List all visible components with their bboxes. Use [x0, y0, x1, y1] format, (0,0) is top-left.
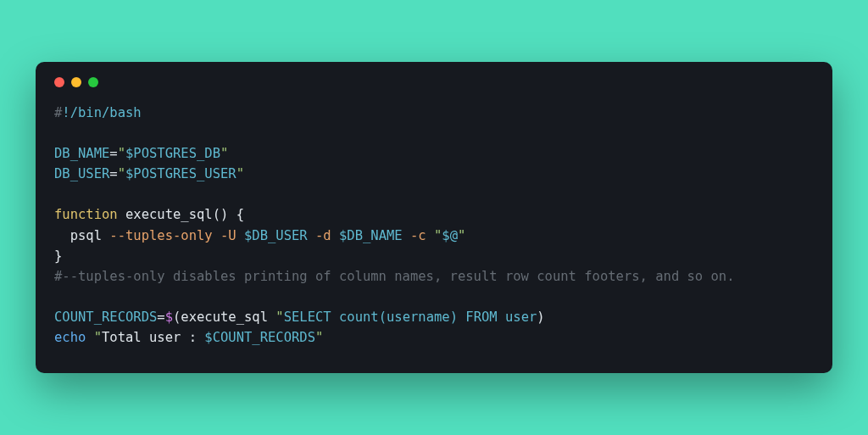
option: -d — [308, 228, 331, 243]
terminal-window: #!/bin/bash DB_NAME="$POSTGRES_DB" DB_US… — [36, 62, 832, 372]
minimize-icon[interactable] — [71, 77, 81, 87]
call: execute_sql — [181, 310, 275, 325]
brace-close: } — [54, 248, 62, 264]
var-name: DB_NAME — [54, 146, 109, 161]
var-name: COUNT_RECORDS — [54, 310, 157, 325]
variable: $DB_USER — [236, 228, 308, 243]
quote: " — [275, 310, 283, 325]
close-icon[interactable] — [54, 77, 64, 87]
shebang-hash: # — [54, 105, 62, 120]
comment: #--tuples-only disables printing of colu… — [54, 269, 735, 284]
quote: " — [118, 146, 125, 161]
quote: " — [315, 330, 323, 345]
dollar: $ — [165, 310, 173, 325]
option: --tuples-only — [102, 228, 213, 243]
option: -U — [213, 228, 236, 243]
variable: $DB_NAME — [331, 228, 403, 243]
option: -c — [403, 228, 426, 243]
paren-brace: () { — [213, 207, 244, 222]
var-value: $POSTGRES_DB — [125, 146, 220, 161]
quote: " — [86, 330, 102, 345]
function-name: execute_sql — [118, 207, 213, 222]
keyword-function: function — [54, 207, 118, 222]
quote: " — [236, 166, 244, 181]
equals: = — [109, 146, 117, 161]
code-block: #!/bin/bash DB_NAME="$POSTGRES_DB" DB_US… — [54, 103, 814, 347]
var-name: DB_USER — [54, 166, 109, 181]
var-value: $POSTGRES_USER — [125, 166, 236, 181]
indent — [54, 228, 70, 243]
quote: " — [118, 166, 125, 181]
args: $@ — [442, 228, 458, 243]
builtin-echo: echo — [54, 330, 86, 345]
maximize-icon[interactable] — [88, 77, 98, 87]
lparen: ( — [173, 310, 181, 325]
sql: SELECT count(username) FROM user — [284, 310, 537, 325]
variable: $COUNT_RECORDS — [204, 330, 315, 345]
command: psql — [70, 228, 102, 243]
quote: " — [426, 228, 442, 243]
rparen: ) — [537, 310, 544, 325]
quote: " — [458, 228, 465, 243]
window-controls — [54, 77, 814, 87]
quote: " — [220, 146, 228, 161]
equals: = — [109, 166, 117, 181]
string-text: Total user : — [102, 330, 204, 345]
shebang: !/bin/bash — [62, 105, 141, 120]
equals: = — [157, 310, 164, 325]
